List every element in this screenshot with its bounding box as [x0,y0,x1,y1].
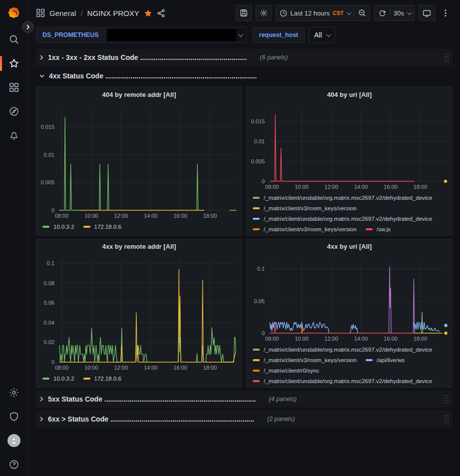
legend-item[interactable]: 10.0.3.2 [42,222,74,231]
svg-text:0.04: 0.04 [44,320,54,326]
legend-label: /_matrix/client/r0/sync [264,368,319,374]
kebab-menu-icon [445,9,447,17]
sidebar-item-configuration[interactable] [0,385,27,400]
svg-text:08:00: 08:00 [55,365,69,371]
svg-text:10:00: 10:00 [84,365,98,371]
row-drag-handle[interactable] [445,395,450,404]
panel-header[interactable]: 4xx by uri [All] [247,239,452,253]
kiosk-mode-button[interactable] [419,5,435,21]
row-title: 6xx > Status Code ......................… [48,415,254,423]
legend-item[interactable]: 172.18.0.6 [83,374,121,383]
timeseries-chart[interactable]: 00.0050.010.01508:0010:0012:0014:0016:00… [36,101,242,220]
sidebar-item-starred[interactable] [0,56,27,71]
sidebar-item-profile[interactable] [0,433,27,448]
svg-text:0.06: 0.06 [44,300,54,306]
zoom-out-button[interactable] [354,5,370,21]
variable-ds-value-dropdown[interactable] [105,27,247,43]
row-4xx[interactable]: 4xx Status Code ........................… [36,69,453,83]
sidebar-item-search[interactable] [0,32,27,47]
panel-404-by-remote-addr: 404 by remote addr [All] 00.0050.010.015… [36,87,242,236]
svg-text:08:00: 08:00 [55,213,69,219]
panel-header[interactable]: 404 by uri [All] [247,87,452,101]
legend-item[interactable]: /api/live/ws [366,356,405,364]
svg-text:14:00: 14:00 [144,365,158,371]
panel-header[interactable]: 4xx by remote addr [All] [36,239,242,253]
help-icon [9,460,19,470]
legend-item[interactable]: /_matrix/client/unstable/org.matrix.msc2… [253,193,433,202]
legend-label: /_matrix/client/unstable/org.matrix.msc2… [264,347,433,353]
panel-grid: 404 by remote addr [All] 00.0050.010.015… [36,87,453,388]
legend-item[interactable]: 172.18.0.6 [83,222,121,231]
svg-text:08:00: 08:00 [265,336,279,342]
svg-text:0.02: 0.02 [44,339,54,345]
grafana-logo[interactable] [6,6,21,21]
sidebar-item-help[interactable] [0,457,27,472]
legend-item[interactable]: /_matrix/client/unstable/org.matrix.msc2… [253,345,433,354]
variable-request-host-label[interactable]: request_host [253,27,305,43]
refresh-interval-dropdown[interactable]: 30s [390,5,415,21]
row-5xx[interactable]: 5xx Status Code ........................… [36,391,453,408]
timeseries-chart[interactable]: 00.0050.010.01508:0010:0012:0014:0016:00… [247,101,452,191]
sidebar-expand-button[interactable] [22,21,34,33]
sidebar-item-dashboards[interactable] [0,80,27,95]
time-range-picker[interactable]: Last 12 hours CST [276,5,354,21]
save-dashboard-button[interactable] [236,5,252,21]
alerting-bell-icon [9,130,19,140]
row-drag-handle[interactable] [445,53,450,62]
row-title: 4xx Status Code ........................… [49,72,257,80]
svg-text:0.1: 0.1 [257,266,265,272]
legend-item[interactable]: /sw.js [366,225,391,233]
legend-item[interactable]: /_matrix/client/unstable/org.matrix.msc2… [253,377,433,385]
timeseries-chart[interactable]: 00.050.108:0010:0012:0014:0016:0018:00 [247,253,452,343]
person-icon [9,436,18,445]
variable-ds-label[interactable]: DS_PROMETHEUS [36,27,105,43]
chevron-down-icon [39,73,45,78]
legend-label: 172.18.0.6 [94,376,121,382]
legend-item[interactable]: /_matrix/client/unstable/org.matrix.msc2… [253,214,433,223]
share-icon[interactable] [157,9,165,17]
sidebar-item-alerting[interactable] [0,128,27,143]
svg-text:16:00: 16:00 [384,184,398,190]
refresh-group: 30s [374,5,415,21]
panel-4xx-by-uri: 4xx by uri [All] 00.050.108:0010:0012:00… [246,239,453,388]
breadcrumb-section[interactable]: General [49,9,76,17]
row-drag-handle[interactable] [445,415,450,424]
more-options-button[interactable] [439,5,452,21]
series-color-swatch [366,359,373,361]
legend-label: /_matrix/client/unstable/org.matrix.msc2… [264,378,433,384]
svg-text:0: 0 [262,178,265,184]
legend-label: /api/live/ws [377,357,405,363]
timeseries-chart[interactable]: 00.020.040.060.080.108:0010:0012:0014:00… [36,253,242,372]
legend-item[interactable]: 10.0.3.2 [42,374,74,383]
timezone-label: CST [333,10,344,16]
star-outline-icon [9,58,19,68]
refresh-button[interactable] [374,5,390,21]
legend-item[interactable]: /_matrix/client/v3/room_keys/version [253,356,357,364]
star-filled-icon[interactable] [144,9,152,17]
legend-item[interactable]: /_matrix/client/v3/room_keys/version [253,225,357,233]
row-1xx-3xx-2xx[interactable]: 1xx - 3xx - 2xx Status Code ............… [36,49,453,66]
sidebar-item-explore[interactable] [0,104,27,119]
svg-text:0: 0 [51,207,54,213]
variable-request-host-dropdown[interactable]: All [309,27,335,43]
sidebar [0,0,28,476]
apps-grid-icon[interactable] [36,8,45,17]
legend-item[interactable]: /_matrix/client/v3/room_keys/version [253,204,357,212]
svg-text:14:00: 14:00 [354,184,368,190]
svg-text:0.01: 0.01 [44,152,54,158]
row-6xx[interactable]: 6xx > Status Code ......................… [36,411,453,428]
svg-text:12:00: 12:00 [114,213,128,219]
legend-item[interactable]: /_matrix/client/r0/sync [253,366,319,375]
sidebar-item-server-admin[interactable] [0,409,27,424]
zoom-out-icon [358,9,366,17]
svg-text:18:00: 18:00 [414,184,428,190]
refresh-icon [379,9,386,17]
dashboard-settings-button[interactable] [256,5,272,21]
panel-header[interactable]: 404 by remote addr [All] [36,87,242,101]
series-color-swatch [42,226,49,228]
breadcrumb-dashboard-title[interactable]: NGINX PROXY [87,9,139,17]
time-picker-group: Last 12 hours CST [276,5,370,21]
panel-title: 4xx by uri [All] [327,243,372,250]
panel-title: 4xx by remote addr [All] [102,243,176,250]
row-panel-count: (4 panels) [269,396,297,403]
